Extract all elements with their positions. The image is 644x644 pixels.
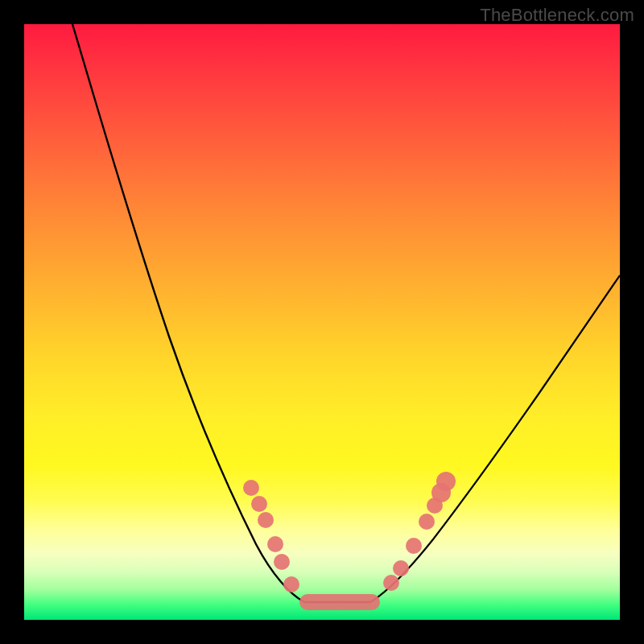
data-marker <box>267 536 283 552</box>
data-marker <box>383 575 399 591</box>
data-marker <box>436 472 456 491</box>
plot-area <box>24 24 620 620</box>
data-marker <box>283 576 299 592</box>
data-marker <box>251 496 267 512</box>
data-marker <box>274 554 290 570</box>
bottleneck-curve <box>24 24 620 620</box>
watermark-text: TheBottleneck.com <box>480 5 634 26</box>
data-marker <box>258 512 274 528</box>
data-marker <box>393 560 409 576</box>
data-marker <box>243 480 259 496</box>
data-marker <box>406 538 422 554</box>
curve-right <box>370 275 620 602</box>
data-marker <box>419 514 435 530</box>
